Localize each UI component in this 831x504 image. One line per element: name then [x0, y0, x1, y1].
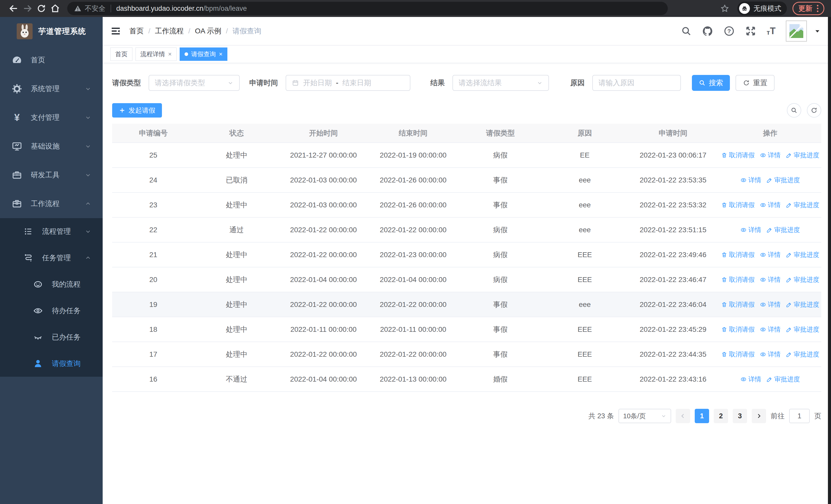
detail-link[interactable]: 详情	[760, 201, 781, 209]
apply-time-range-picker[interactable]: 开始日期 - 结束日期	[286, 75, 410, 91]
sidebar-item-done-tasks[interactable]: 已办任务	[0, 324, 103, 350]
cell-apply_time: 2022-01-22 23:43:16	[627, 367, 719, 392]
detail-link[interactable]: 详情	[740, 375, 761, 383]
detail-link[interactable]: 详情	[760, 250, 781, 259]
avatar-caret-icon[interactable]	[814, 28, 821, 34]
bookmark-star-button[interactable]	[718, 2, 732, 16]
approval-progress-link[interactable]: 审批进度	[786, 151, 820, 159]
cell-apply_time: 2022-01-22 23:45:29	[627, 317, 719, 342]
sidebar-item-workflow[interactable]: 工作流程	[0, 189, 103, 218]
close-icon[interactable]: ×	[219, 51, 223, 58]
sidebar-item-devtools[interactable]: 研发工具	[0, 161, 103, 189]
sidebar-item-home[interactable]: 首页	[0, 46, 103, 75]
yen-icon: ¥	[11, 112, 23, 123]
avatar[interactable]	[786, 21, 807, 41]
page-button-2[interactable]: 2	[714, 409, 728, 423]
page-button-3[interactable]: 3	[733, 409, 747, 423]
sidebar-toggle-button[interactable]	[110, 25, 122, 37]
briefcase-icon	[11, 198, 23, 209]
cell-apply_time: 2022-01-22 23:49:46	[627, 242, 719, 267]
breadcrumb-oa-demo[interactable]: OA 示例	[195, 26, 222, 36]
browser-forward-button[interactable]	[21, 2, 34, 16]
browser-menu-icon[interactable]	[817, 5, 819, 12]
browser-reload-button[interactable]	[34, 2, 48, 16]
window-scrollbar[interactable]	[828, 17, 831, 504]
sidebar-item-leave-query[interactable]: 请假查询	[0, 350, 103, 377]
cancel-leave-link[interactable]: 取消请假	[721, 151, 755, 159]
url-bar[interactable]: 不安全 dashboard.yudao.iocoder.cn/bpm/oa/le…	[67, 2, 668, 15]
cancel-leave-link[interactable]: 取消请假	[721, 350, 755, 358]
approval-progress-link[interactable]: 审批进度	[786, 325, 820, 334]
reason-input[interactable]: 请输入原因	[592, 75, 681, 91]
detail-link[interactable]: 详情	[760, 300, 781, 309]
view-eye-icon	[760, 301, 766, 308]
approval-progress-link[interactable]: 审批进度	[766, 375, 800, 383]
tag-process-detail[interactable]: 流程详情 ×	[136, 48, 177, 61]
cell-reason: EEE	[543, 267, 627, 292]
detail-link[interactable]: 详情	[760, 325, 781, 334]
browser-back-button[interactable]	[7, 2, 21, 16]
breadcrumb-home[interactable]: 首页	[130, 26, 144, 36]
goto-page-input[interactable]: 1	[789, 409, 810, 423]
search-button[interactable]: 搜索	[692, 75, 730, 91]
approval-progress-link[interactable]: 审批进度	[766, 176, 800, 184]
tag-leave-query[interactable]: 请假查询 ×	[180, 48, 227, 61]
cell-type: 病假	[458, 217, 543, 242]
sidebar-item-system[interactable]: 系统管理	[0, 75, 103, 103]
reset-button[interactable]: 重置	[736, 75, 775, 91]
breadcrumb-workflow[interactable]: 工作流程	[155, 26, 184, 36]
fullscreen-button[interactable]	[745, 25, 756, 37]
cancel-leave-link[interactable]: 取消请假	[721, 325, 755, 334]
cell-end: 2022-01-22 00:00:00	[368, 217, 458, 242]
next-page-button[interactable]	[752, 409, 766, 423]
detail-link[interactable]: 详情	[760, 151, 781, 159]
cancel-leave-link[interactable]: 取消请假	[721, 250, 755, 259]
detail-link[interactable]: 详情	[760, 350, 781, 358]
font-size-button[interactable]: тT	[767, 26, 776, 36]
cancel-leave-link[interactable]: 取消请假	[721, 275, 755, 284]
leave-type-select[interactable]: 请选择请假类型	[149, 75, 240, 91]
cell-apply_time: 2022-01-22 23:46:47	[627, 267, 719, 292]
approval-progress-link[interactable]: 审批进度	[786, 250, 820, 259]
refresh-table-button[interactable]	[807, 103, 821, 118]
cell-id: 18	[112, 317, 195, 342]
chevron-up-icon	[85, 200, 91, 207]
approval-progress-link[interactable]: 审批进度	[786, 201, 820, 209]
cell-type: 病假	[458, 242, 543, 267]
approval-progress-link[interactable]: 审批进度	[786, 350, 820, 358]
cell-status: 处理中	[195, 192, 279, 217]
github-link[interactable]	[702, 25, 713, 37]
detail-link[interactable]: 详情	[740, 226, 761, 234]
page-size-select[interactable]: 10条/页	[619, 409, 671, 423]
sidebar-item-infra[interactable]: 基础设施	[0, 132, 103, 161]
sidebar-item-task-mgmt[interactable]: 任务管理	[0, 244, 103, 271]
page-button-1[interactable]: 1	[695, 409, 709, 423]
sidebar-item-my-process[interactable]: 我的流程	[0, 271, 103, 297]
app-logo-row[interactable]: 芋道管理系统	[0, 17, 103, 46]
sidebar-item-process-mgmt[interactable]: 流程管理	[0, 218, 103, 244]
github-icon	[702, 25, 713, 37]
cancel-leave-link[interactable]: 取消请假	[721, 300, 755, 309]
detail-link[interactable]: 详情	[740, 176, 761, 184]
detail-link[interactable]: 详情	[760, 275, 781, 284]
sidebar-item-todo-tasks[interactable]: 待办任务	[0, 297, 103, 324]
browser-home-button[interactable]	[48, 2, 62, 16]
prev-page-button[interactable]	[676, 409, 690, 423]
browser-update-button[interactable]: 更新	[793, 2, 824, 15]
cell-start: 2022-01-03 00:00:00	[279, 192, 368, 217]
approval-progress-link[interactable]: 审批进度	[786, 275, 820, 284]
approval-progress-link[interactable]: 审批进度	[766, 226, 800, 234]
help-button[interactable]: ?	[723, 25, 735, 37]
tag-home[interactable]: 首页	[110, 48, 133, 61]
header-search-button[interactable]	[681, 26, 692, 36]
close-icon[interactable]: ×	[168, 51, 172, 58]
edit-pen-icon	[786, 202, 792, 208]
breadcrumb: 首页 / 工作流程 / OA 示例 / 请假查询	[130, 26, 261, 36]
sidebar-item-payment[interactable]: ¥ 支付管理	[0, 103, 103, 132]
create-leave-button[interactable]: 发起请假	[112, 103, 162, 118]
col-apply-time: 申请时间	[627, 124, 719, 143]
cancel-leave-link[interactable]: 取消请假	[721, 201, 755, 209]
result-select[interactable]: 请选择流结果	[453, 75, 549, 91]
approval-progress-link[interactable]: 审批进度	[786, 300, 820, 309]
toggle-search-button[interactable]	[787, 103, 801, 118]
